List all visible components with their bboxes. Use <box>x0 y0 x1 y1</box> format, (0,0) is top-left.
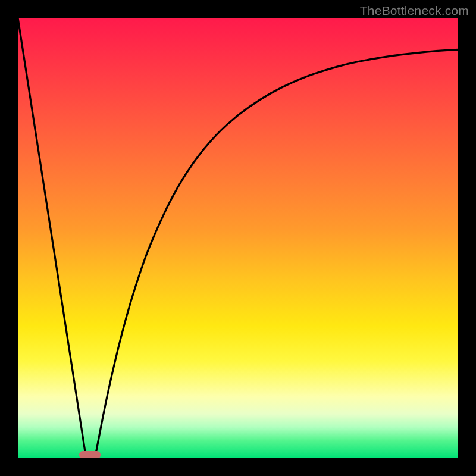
watermark-text: TheBottleneck.com <box>360 4 469 18</box>
chart-frame: TheBottleneck.com <box>0 0 476 476</box>
plot-area <box>18 18 458 458</box>
bottleneck-curve <box>18 18 458 458</box>
optimum-marker <box>79 451 101 458</box>
